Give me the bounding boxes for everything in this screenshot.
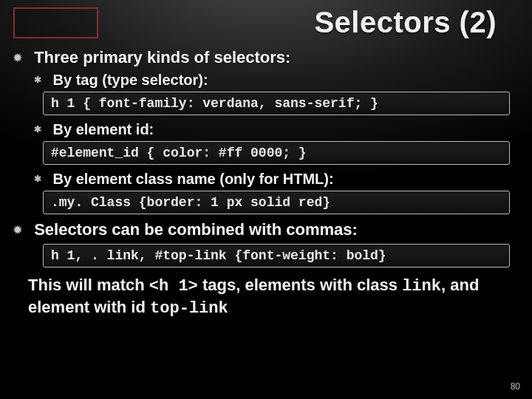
inline-code: top-link — [150, 299, 228, 318]
code-block: h 1 { font-family: verdana, sans-serif; … — [43, 92, 510, 115]
bullet-level1: Selectors can be combined with commas: — [13, 220, 519, 239]
bullet-text: By element id: — [53, 121, 154, 137]
bullet-text: By element class name (only for HTML): — [53, 171, 334, 187]
logo-placeholder — [13, 7, 98, 38]
bullet-level2: By tag (type selector): — [34, 72, 519, 89]
code-block: h 1, . link, #top-link {font-weight: bol… — [43, 244, 510, 267]
paragraph: This will match <h 1> tags, elements wit… — [28, 275, 504, 318]
bullet-level2: By element class name (only for HTML): — [34, 171, 519, 188]
bullet-text: Three primary kinds of selectors: — [34, 48, 290, 66]
slide: Selectors (2) Three primary kinds of sel… — [0, 0, 532, 399]
code-block: #element_id { color: #ff 0000; } — [43, 141, 510, 165]
inline-code: link — [402, 277, 441, 296]
bullet-text: By tag (type selector): — [53, 72, 208, 88]
page-number: 80 — [511, 381, 520, 392]
para-text: tags, elements with class — [198, 276, 402, 294]
code-block: .my. Class {border: 1 px solid red} — [43, 191, 510, 214]
para-text: This will match — [28, 276, 149, 294]
bullet-level1: Three primary kinds of selectors: — [13, 48, 519, 67]
inline-code: <h 1> — [149, 277, 198, 296]
bullet-level2: By element id: — [34, 121, 519, 138]
bullet-text: Selectors can be combined with commas: — [34, 220, 358, 239]
slide-content: Three primary kinds of selectors: By tag… — [13, 39, 519, 318]
